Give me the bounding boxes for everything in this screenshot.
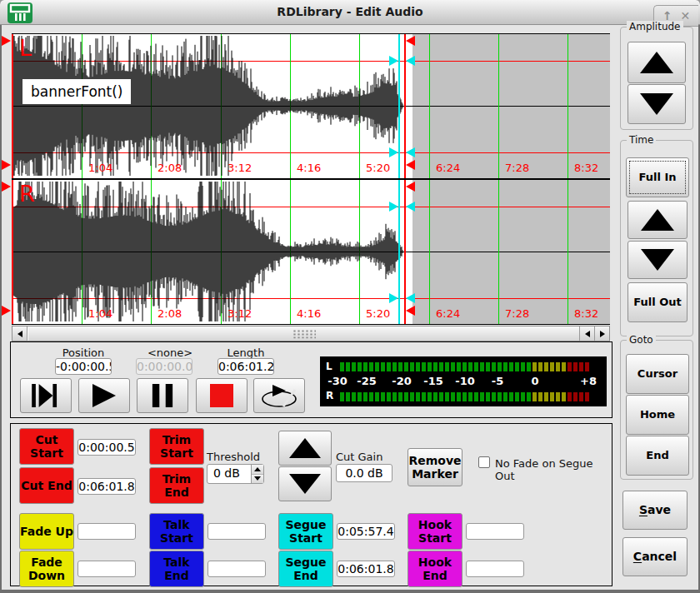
zoom-full-out-button[interactable]: Full Out — [628, 282, 688, 322]
threshold-input[interactable] — [208, 465, 251, 481]
meter-segment-green — [474, 362, 478, 371]
time-tick-label: 6:24 — [436, 162, 460, 174]
meter-segment-green — [410, 362, 414, 371]
threshold-spinbox[interactable] — [207, 464, 264, 484]
meter-segment-green — [398, 362, 402, 371]
segue-end-button[interactable]: Segue End — [278, 551, 333, 587]
hook-end-button[interactable]: Hook End — [408, 551, 462, 587]
cut-start-marker-top[interactable] — [2, 36, 11, 46]
transport-panel: Position <none> Length LR-30-25 — [10, 341, 612, 418]
hook-start-button[interactable]: Hook Start — [408, 513, 462, 550]
waveform-right-channel[interactable]: 1:042:083:124:165:206:247:288:32R — [12, 179, 610, 325]
meter-segment-green — [451, 392, 455, 401]
title-bar[interactable]: RDLibrary - Edit Audio ↑ ✕ — [0, 0, 700, 25]
talk-end-field[interactable] — [208, 561, 266, 577]
segue-start-marker-top[interactable] — [389, 202, 398, 212]
hook-start-field[interactable] — [466, 523, 524, 540]
cancel-button[interactable]: Cancel — [622, 537, 688, 576]
segue-start-button[interactable]: Segue Start — [278, 513, 333, 550]
fade-up-field[interactable] — [78, 523, 136, 540]
cut-start-marker-bottom[interactable] — [2, 306, 11, 316]
gain-up-button[interactable] — [278, 431, 332, 466]
talk-end-button[interactable]: Talk End — [149, 551, 204, 587]
goto-end-button[interactable]: End — [626, 436, 689, 476]
talk-start-field[interactable] — [208, 523, 266, 540]
hook-end-field[interactable] — [466, 561, 524, 577]
cut-end-field[interactable] — [78, 478, 136, 495]
segue-start-line[interactable] — [398, 34, 400, 178]
pause-button[interactable] — [137, 378, 188, 413]
cut-gain-field[interactable] — [336, 464, 392, 482]
meter-segment-red — [568, 362, 572, 371]
stop-button[interactable] — [196, 378, 248, 413]
segue-end-marker-bottom[interactable] — [406, 147, 415, 157]
play-button[interactable] — [78, 378, 130, 413]
segue-start-line[interactable] — [398, 180, 400, 324]
cut-end-marker-bottom[interactable] — [406, 160, 415, 170]
cut-start-field[interactable] — [78, 439, 136, 456]
fade-down-button[interactable]: Fade Down — [19, 551, 74, 587]
cut-start-line[interactable] — [12, 180, 13, 324]
amplitude-up-button[interactable] — [628, 42, 686, 83]
spin-down-button[interactable] — [252, 475, 263, 484]
cut-start-marker-bottom[interactable] — [2, 160, 11, 170]
goto-group: Goto Cursor Home End — [620, 340, 693, 480]
position-field[interactable] — [55, 358, 112, 375]
meter-segment-olive — [544, 392, 548, 401]
loop-button[interactable] — [253, 378, 305, 413]
remove-marker-button[interactable]: Remove Marker — [408, 448, 462, 486]
meter-segment-green — [352, 362, 356, 371]
scroll-left-button[interactable] — [12, 326, 28, 341]
segue-start-marker-bottom[interactable] — [389, 147, 398, 157]
no-fade-checkbox[interactable] — [478, 456, 490, 468]
meter-segment-olive — [550, 392, 554, 401]
waveform-area[interactable]: 1:042:083:124:165:206:247:288:32R — [12, 180, 610, 324]
talk-start-button[interactable]: Talk Start — [149, 513, 204, 550]
cut-end-marker-top[interactable] — [406, 182, 415, 192]
meter-segment-green — [462, 392, 467, 401]
zoom-out-button[interactable] — [628, 241, 688, 279]
spin-up-button[interactable] — [252, 465, 263, 475]
zoom-full-in-button[interactable]: Full In — [626, 157, 689, 197]
amplitude-down-button[interactable] — [628, 84, 686, 124]
segue-start-field[interactable] — [337, 523, 395, 540]
trim-end-button[interactable]: Trim End — [149, 467, 204, 504]
scrollbar-thumb[interactable] — [28, 326, 579, 341]
segue-start-marker-bottom[interactable] — [389, 293, 398, 303]
scroll-right-button[interactable] — [594, 326, 609, 341]
segue-start-marker-top[interactable] — [389, 56, 398, 66]
cut-start-marker-top[interactable] — [2, 182, 11, 192]
threshold-spin-buttons[interactable] — [251, 465, 263, 483]
gain-down-button[interactable] — [278, 466, 332, 501]
fade-up-button[interactable]: Fade Up — [19, 513, 74, 550]
time-tick-label: 2:08 — [158, 307, 182, 320]
trim-start-button[interactable]: Trim Start — [149, 428, 204, 465]
shade-window-icon[interactable]: ↑ — [662, 10, 672, 22]
waveform-plot — [12, 180, 610, 324]
scroll-left-button-2[interactable] — [579, 326, 594, 341]
zoom-in-button[interactable] — [628, 201, 688, 239]
segue-end-marker-bottom[interactable] — [406, 293, 415, 303]
cut-end-marker-bottom[interactable] — [406, 306, 415, 316]
close-window-icon[interactable]: ✕ — [680, 10, 690, 22]
goto-cursor-button[interactable]: Cursor — [626, 354, 689, 394]
segue-end-marker-top[interactable] — [406, 56, 415, 66]
fade-down-field[interactable] — [78, 561, 136, 577]
meter-segment-green — [375, 392, 379, 401]
time-tick-label: 3:12 — [228, 162, 252, 174]
goto-home-button[interactable]: Home — [626, 395, 689, 435]
save-button[interactable]: Save — [622, 491, 688, 530]
cut-end-marker-top[interactable] — [406, 36, 415, 46]
waveform-area[interactable]: 1:042:083:124:165:206:247:288:32LbannerF… — [12, 34, 610, 178]
cut-end-button[interactable]: Cut End — [19, 467, 74, 504]
cut-start-line[interactable] — [12, 34, 13, 178]
length-field[interactable] — [218, 358, 274, 375]
meter-segment-green — [492, 392, 496, 401]
cut-start-button[interactable]: Cut Start — [19, 428, 74, 465]
play-from-start-button[interactable] — [20, 378, 72, 413]
segue-end-field[interactable] — [337, 561, 395, 577]
waveform-left-channel[interactable]: 1:042:083:124:165:206:247:288:32LbannerF… — [12, 33, 610, 179]
meter-segment-green — [457, 362, 461, 371]
segue-end-marker-top[interactable] — [406, 202, 415, 212]
waveform-scrollbar[interactable] — [12, 326, 610, 341]
